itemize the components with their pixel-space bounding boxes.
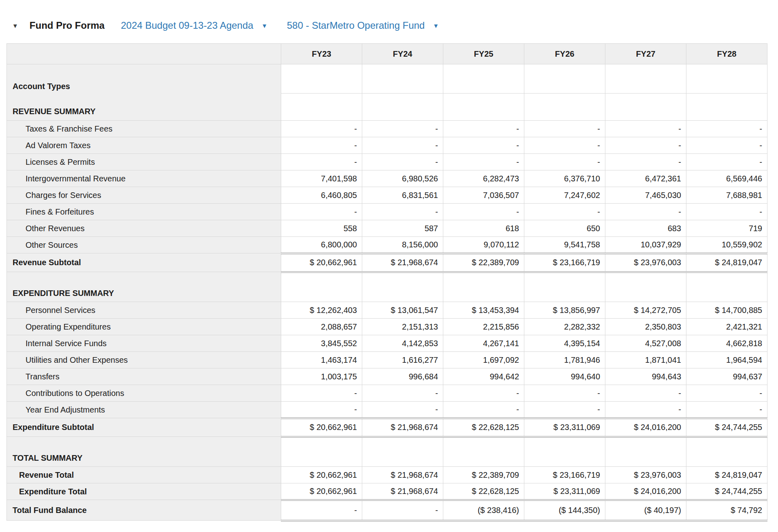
table-row: Charges for Services6,460,8056,831,5617,… bbox=[7, 187, 767, 204]
column-header: FY28 bbox=[686, 44, 767, 64]
cell-value: 996,684 bbox=[362, 368, 443, 385]
chevron-down-icon: ▼ bbox=[433, 20, 439, 32]
cell-value: 587 bbox=[362, 220, 443, 237]
cell-value: 7,688,981 bbox=[686, 187, 767, 204]
cell-value: - bbox=[686, 385, 767, 402]
table-row: Account Types bbox=[7, 64, 767, 94]
cell-value bbox=[686, 94, 767, 121]
row-label: Total Fund Balance bbox=[7, 500, 281, 521]
cell-value: - bbox=[362, 402, 443, 418]
cell-value: $ 13,856,997 bbox=[524, 302, 605, 319]
row-label: Expenditure Total bbox=[7, 483, 281, 500]
cell-value bbox=[281, 64, 362, 94]
row-label: Fines & Forfeitures bbox=[7, 204, 281, 220]
cell-value bbox=[281, 272, 362, 302]
table-row: Ad Valorem Taxes------ bbox=[7, 137, 767, 154]
cell-value: $ 20,662,961 bbox=[281, 253, 362, 272]
cell-value: $ 23,166,719 bbox=[524, 253, 605, 272]
table-row: Fines & Forfeitures------ bbox=[7, 204, 767, 220]
table-row: Expenditure Subtotal$ 20,662,961$ 21,968… bbox=[7, 418, 767, 437]
cell-value bbox=[362, 94, 443, 121]
cell-value: - bbox=[686, 137, 767, 154]
cell-value: $ 21,968,674 bbox=[362, 253, 443, 272]
row-label: Utilities and Other Expenses bbox=[7, 352, 281, 368]
cell-value: $ 24,744,255 bbox=[686, 483, 767, 500]
table-row: Internal Service Funds3,845,5524,142,853… bbox=[7, 335, 767, 352]
row-label: EXPENDITURE SUMMARY bbox=[7, 272, 281, 302]
collapse-icon[interactable]: ▼ bbox=[12, 23, 18, 29]
cell-value: $ 24,016,200 bbox=[605, 418, 686, 437]
cell-value bbox=[524, 272, 605, 302]
cell-value: - bbox=[443, 204, 524, 220]
cell-value: 6,472,361 bbox=[605, 170, 686, 187]
table-row: Licenses & Permits------ bbox=[7, 154, 767, 170]
cell-value: - bbox=[362, 204, 443, 220]
cell-value bbox=[605, 94, 686, 121]
row-label: TOTAL SUMMARY bbox=[7, 437, 281, 467]
cell-value bbox=[605, 437, 686, 467]
cell-value bbox=[524, 94, 605, 121]
column-header: FY26 bbox=[524, 44, 605, 64]
cell-value: 9,070,112 bbox=[443, 237, 524, 253]
cell-value: $ 20,662,961 bbox=[281, 467, 362, 483]
cell-value: - bbox=[686, 121, 767, 137]
cell-value: 2,421,321 bbox=[686, 319, 767, 335]
table-row: Operating Expenditures2,088,6572,151,313… bbox=[7, 319, 767, 335]
cell-value bbox=[362, 272, 443, 302]
cell-value: - bbox=[362, 500, 443, 521]
row-label: Transfers bbox=[7, 368, 281, 385]
cell-value: $ 13,453,394 bbox=[443, 302, 524, 319]
cell-value: 7,036,507 bbox=[443, 187, 524, 204]
fund-dropdown[interactable]: 580 - StarMetro Operating Fund ▼ bbox=[287, 19, 439, 32]
cell-value: ($ 40,197) bbox=[605, 500, 686, 521]
cell-value: 618 bbox=[443, 220, 524, 237]
cell-value: $ 22,389,709 bbox=[443, 467, 524, 483]
budget-cycle-dropdown[interactable]: 2024 Budget 09-13-23 Agenda ▼ bbox=[121, 19, 267, 32]
cell-value: ($ 144,350) bbox=[524, 500, 605, 521]
cell-value: - bbox=[524, 385, 605, 402]
table-row: Revenue Subtotal$ 20,662,961$ 21,968,674… bbox=[7, 253, 767, 272]
cell-value: 650 bbox=[524, 220, 605, 237]
row-label: Ad Valorem Taxes bbox=[7, 137, 281, 154]
cell-value bbox=[686, 437, 767, 467]
cell-value: 8,156,000 bbox=[362, 237, 443, 253]
cell-value: - bbox=[686, 154, 767, 170]
table-row: Total Fund Balance--($ 238,416)($ 144,35… bbox=[7, 500, 767, 521]
table-row: Revenue Total$ 20,662,961$ 21,968,674$ 2… bbox=[7, 467, 767, 483]
row-label: Personnel Services bbox=[7, 302, 281, 319]
cell-value: $ 21,968,674 bbox=[362, 418, 443, 437]
cell-value: - bbox=[524, 204, 605, 220]
cell-value: $ 22,628,125 bbox=[443, 418, 524, 437]
cell-value: $ 24,819,047 bbox=[686, 253, 767, 272]
cell-value: - bbox=[362, 154, 443, 170]
cell-value: $ 24,744,255 bbox=[686, 418, 767, 437]
cell-value: $ 14,700,885 bbox=[686, 302, 767, 319]
cell-value: ($ 238,416) bbox=[443, 500, 524, 521]
cell-value: - bbox=[281, 121, 362, 137]
cell-value bbox=[686, 272, 767, 302]
table-row: EXPENDITURE SUMMARY bbox=[7, 272, 767, 302]
cell-value: - bbox=[443, 402, 524, 418]
cell-value: 1,964,594 bbox=[686, 352, 767, 368]
cell-value: - bbox=[605, 402, 686, 418]
cell-value: - bbox=[524, 154, 605, 170]
row-label: Other Sources bbox=[7, 237, 281, 253]
table-row: Personnel Services$ 12,262,403$ 13,061,5… bbox=[7, 302, 767, 319]
cell-value bbox=[281, 437, 362, 467]
cell-value: - bbox=[281, 137, 362, 154]
table-row: Year End Adjustments------ bbox=[7, 402, 767, 418]
cell-value: - bbox=[362, 385, 443, 402]
cell-value: 6,800,000 bbox=[281, 237, 362, 253]
cell-value bbox=[362, 64, 443, 94]
cell-value: 558 bbox=[281, 220, 362, 237]
cell-value: - bbox=[443, 121, 524, 137]
cell-value: 683 bbox=[605, 220, 686, 237]
cell-value: $ 21,968,674 bbox=[362, 467, 443, 483]
cell-value: 1,871,041 bbox=[605, 352, 686, 368]
cell-value bbox=[443, 94, 524, 121]
cell-value: 4,142,853 bbox=[362, 335, 443, 352]
cell-value bbox=[686, 64, 767, 94]
row-label: Internal Service Funds bbox=[7, 335, 281, 352]
row-label: Other Revenues bbox=[7, 220, 281, 237]
chevron-down-icon: ▼ bbox=[261, 20, 267, 32]
